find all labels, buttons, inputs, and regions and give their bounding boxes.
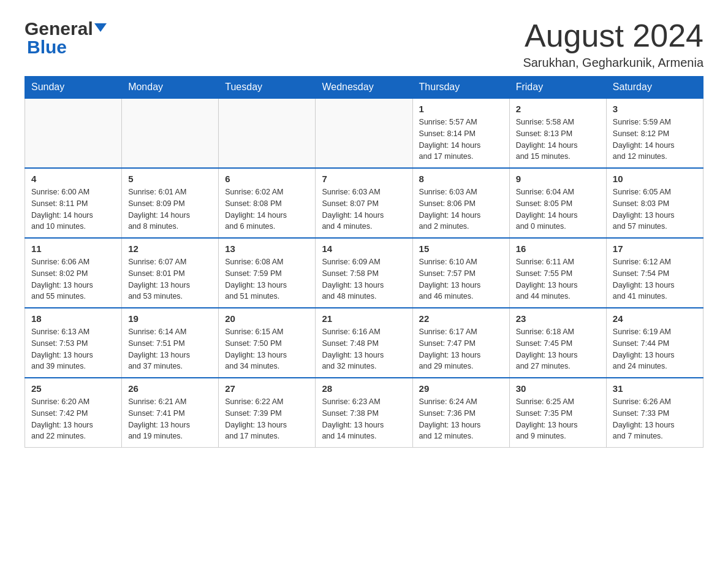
day-number: 13 (225, 243, 309, 254)
day-info: Sunrise: 6:15 AM Sunset: 7:50 PM Dayligh… (225, 326, 309, 372)
day-info: Sunrise: 5:59 AM Sunset: 8:12 PM Dayligh… (613, 117, 697, 163)
day-of-week-header: Friday (509, 77, 606, 99)
calendar-day-cell: 24Sunrise: 6:19 AM Sunset: 7:44 PM Dayli… (606, 308, 703, 378)
calendar-day-cell: 12Sunrise: 6:07 AM Sunset: 8:01 PM Dayli… (122, 238, 219, 308)
day-info: Sunrise: 6:26 AM Sunset: 7:33 PM Dayligh… (613, 396, 697, 442)
day-info: Sunrise: 6:03 AM Sunset: 8:06 PM Dayligh… (419, 186, 503, 232)
calendar-day-cell: 15Sunrise: 6:10 AM Sunset: 7:57 PM Dayli… (412, 238, 509, 308)
calendar-week-row: 4Sunrise: 6:00 AM Sunset: 8:11 PM Daylig… (25, 168, 703, 238)
day-number: 30 (516, 383, 600, 394)
calendar-day-cell: 29Sunrise: 6:24 AM Sunset: 7:36 PM Dayli… (412, 378, 509, 448)
calendar-day-cell: 3Sunrise: 5:59 AM Sunset: 8:12 PM Daylig… (606, 98, 703, 168)
day-number: 11 (31, 243, 115, 254)
calendar-day-cell: 17Sunrise: 6:12 AM Sunset: 7:54 PM Dayli… (606, 238, 703, 308)
day-info: Sunrise: 6:20 AM Sunset: 7:42 PM Dayligh… (31, 396, 115, 442)
day-number: 10 (613, 174, 697, 184)
calendar-day-cell: 20Sunrise: 6:15 AM Sunset: 7:50 PM Dayli… (219, 308, 316, 378)
day-number: 15 (419, 243, 503, 254)
calendar-day-cell: 11Sunrise: 6:06 AM Sunset: 8:02 PM Dayli… (25, 238, 122, 308)
day-number: 22 (419, 313, 503, 324)
day-info: Sunrise: 5:58 AM Sunset: 8:13 PM Dayligh… (516, 117, 600, 163)
day-info: Sunrise: 6:14 AM Sunset: 7:51 PM Dayligh… (128, 326, 212, 372)
page-header: General Blue August 2024 Sarukhan, Gegha… (25, 18, 703, 70)
day-number: 23 (516, 313, 600, 324)
day-number: 2 (516, 104, 600, 114)
day-number: 20 (225, 313, 309, 324)
day-number: 9 (516, 174, 600, 184)
calendar-day-cell: 26Sunrise: 6:21 AM Sunset: 7:41 PM Dayli… (122, 378, 219, 448)
calendar-day-cell: 16Sunrise: 6:11 AM Sunset: 7:55 PM Dayli… (509, 238, 606, 308)
day-info: Sunrise: 6:09 AM Sunset: 7:58 PM Dayligh… (322, 256, 406, 302)
day-info: Sunrise: 6:08 AM Sunset: 7:59 PM Dayligh… (225, 256, 309, 302)
calendar-day-cell: 6Sunrise: 6:02 AM Sunset: 8:08 PM Daylig… (219, 168, 316, 238)
day-info: Sunrise: 6:01 AM Sunset: 8:09 PM Dayligh… (128, 186, 212, 232)
day-info: Sunrise: 6:22 AM Sunset: 7:39 PM Dayligh… (225, 396, 309, 442)
day-info: Sunrise: 6:25 AM Sunset: 7:35 PM Dayligh… (516, 396, 600, 442)
day-info: Sunrise: 6:05 AM Sunset: 8:03 PM Dayligh… (613, 186, 697, 232)
day-number: 1 (419, 104, 503, 114)
day-number: 16 (516, 243, 600, 254)
day-number: 29 (419, 383, 503, 394)
day-info: Sunrise: 6:06 AM Sunset: 8:02 PM Dayligh… (31, 256, 115, 302)
calendar-day-cell: 1Sunrise: 5:57 AM Sunset: 8:14 PM Daylig… (412, 98, 509, 168)
calendar-header-row: SundayMondayTuesdayWednesdayThursdayFrid… (25, 77, 703, 99)
day-number: 25 (31, 383, 115, 394)
calendar-day-cell: 21Sunrise: 6:16 AM Sunset: 7:48 PM Dayli… (316, 308, 412, 378)
day-number: 18 (31, 313, 115, 324)
calendar-day-cell (122, 98, 219, 168)
calendar-day-cell: 4Sunrise: 6:00 AM Sunset: 8:11 PM Daylig… (25, 168, 122, 238)
day-of-week-header: Thursday (412, 77, 509, 99)
day-of-week-header: Saturday (606, 77, 703, 99)
location: Sarukhan, Gegharkunik, Armenia (523, 56, 703, 70)
day-number: 6 (225, 174, 309, 184)
calendar-day-cell: 31Sunrise: 6:26 AM Sunset: 7:33 PM Dayli… (606, 378, 703, 448)
day-info: Sunrise: 6:24 AM Sunset: 7:36 PM Dayligh… (419, 396, 503, 442)
day-number: 19 (128, 313, 212, 324)
day-info: Sunrise: 6:19 AM Sunset: 7:44 PM Dayligh… (613, 326, 697, 372)
calendar-day-cell: 14Sunrise: 6:09 AM Sunset: 7:58 PM Dayli… (316, 238, 412, 308)
day-number: 17 (613, 243, 697, 254)
day-number: 8 (419, 174, 503, 184)
logo-blue-text: Blue (27, 37, 67, 58)
day-number: 5 (128, 174, 212, 184)
day-number: 14 (322, 243, 406, 254)
logo: General Blue (25, 18, 107, 58)
day-info: Sunrise: 6:23 AM Sunset: 7:38 PM Dayligh… (322, 396, 406, 442)
calendar-day-cell: 9Sunrise: 6:04 AM Sunset: 8:05 PM Daylig… (509, 168, 606, 238)
calendar-day-cell (25, 98, 122, 168)
calendar-week-row: 25Sunrise: 6:20 AM Sunset: 7:42 PM Dayli… (25, 378, 703, 448)
calendar-day-cell: 27Sunrise: 6:22 AM Sunset: 7:39 PM Dayli… (219, 378, 316, 448)
calendar-week-row: 11Sunrise: 6:06 AM Sunset: 8:02 PM Dayli… (25, 238, 703, 308)
calendar-day-cell: 10Sunrise: 6:05 AM Sunset: 8:03 PM Dayli… (606, 168, 703, 238)
calendar-day-cell: 8Sunrise: 6:03 AM Sunset: 8:06 PM Daylig… (412, 168, 509, 238)
calendar-day-cell: 2Sunrise: 5:58 AM Sunset: 8:13 PM Daylig… (509, 98, 606, 168)
day-info: Sunrise: 6:16 AM Sunset: 7:48 PM Dayligh… (322, 326, 406, 372)
calendar-day-cell: 19Sunrise: 6:14 AM Sunset: 7:51 PM Dayli… (122, 308, 219, 378)
calendar-day-cell: 28Sunrise: 6:23 AM Sunset: 7:38 PM Dayli… (316, 378, 412, 448)
day-of-week-header: Sunday (25, 77, 122, 99)
day-info: Sunrise: 6:00 AM Sunset: 8:11 PM Dayligh… (31, 186, 115, 232)
logo-triangle-icon (94, 23, 107, 32)
day-number: 21 (322, 313, 406, 324)
day-number: 7 (322, 174, 406, 184)
logo-general-text: General (25, 18, 93, 39)
day-info: Sunrise: 6:18 AM Sunset: 7:45 PM Dayligh… (516, 326, 600, 372)
day-info: Sunrise: 5:57 AM Sunset: 8:14 PM Dayligh… (419, 117, 503, 163)
day-info: Sunrise: 6:04 AM Sunset: 8:05 PM Dayligh… (516, 186, 600, 232)
day-of-week-header: Tuesday (219, 77, 316, 99)
calendar-day-cell: 13Sunrise: 6:08 AM Sunset: 7:59 PM Dayli… (219, 238, 316, 308)
calendar-day-cell: 25Sunrise: 6:20 AM Sunset: 7:42 PM Dayli… (25, 378, 122, 448)
calendar-week-row: 18Sunrise: 6:13 AM Sunset: 7:53 PM Dayli… (25, 308, 703, 378)
day-info: Sunrise: 6:03 AM Sunset: 8:07 PM Dayligh… (322, 186, 406, 232)
day-number: 24 (613, 313, 697, 324)
calendar-day-cell: 30Sunrise: 6:25 AM Sunset: 7:35 PM Dayli… (509, 378, 606, 448)
month-title: August 2024 (523, 18, 703, 53)
day-of-week-header: Wednesday (316, 77, 412, 99)
calendar-day-cell (316, 98, 412, 168)
day-number: 12 (128, 243, 212, 254)
calendar-day-cell: 7Sunrise: 6:03 AM Sunset: 8:07 PM Daylig… (316, 168, 412, 238)
day-number: 4 (31, 174, 115, 184)
title-section: August 2024 Sarukhan, Gegharkunik, Armen… (523, 18, 703, 70)
day-info: Sunrise: 6:02 AM Sunset: 8:08 PM Dayligh… (225, 186, 309, 232)
calendar-day-cell: 23Sunrise: 6:18 AM Sunset: 7:45 PM Dayli… (509, 308, 606, 378)
